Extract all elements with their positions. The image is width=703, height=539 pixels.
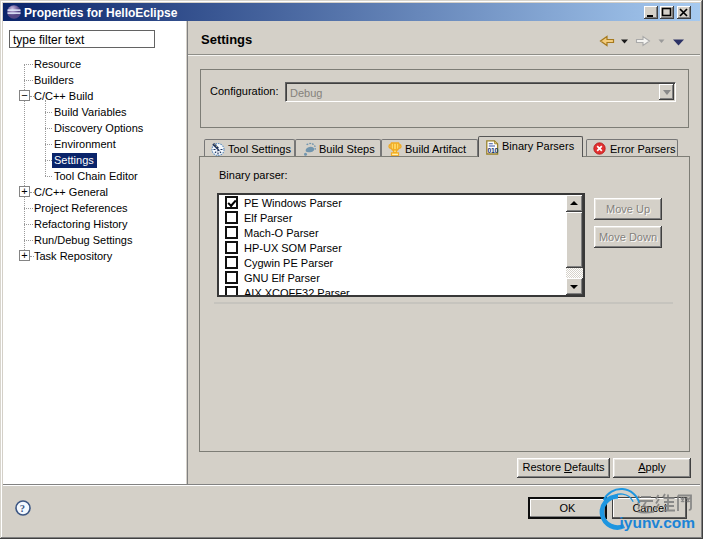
- svg-text:?: ?: [20, 503, 25, 514]
- svg-text:010: 010: [488, 147, 499, 154]
- svg-text:iyunv.com: iyunv.com: [620, 514, 696, 531]
